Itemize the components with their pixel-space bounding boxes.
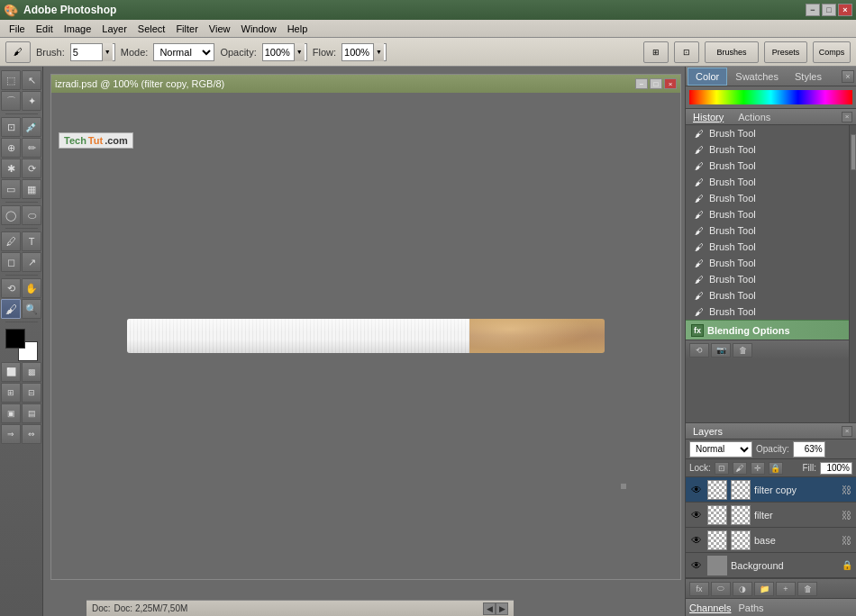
history-item-11[interactable]: 🖌 Brush Tool bbox=[686, 303, 856, 320]
history-item-7[interactable]: 🖌 Brush Tool bbox=[686, 239, 856, 255]
tab-swatches[interactable]: Swatches bbox=[727, 68, 787, 86]
menu-edit[interactable]: Edit bbox=[31, 22, 59, 36]
pencil-tool[interactable]: ✏ bbox=[22, 138, 41, 158]
dodge-tool[interactable]: ⬭ bbox=[22, 205, 41, 225]
link-button2[interactable]: ⇔ bbox=[22, 424, 41, 444]
tablet-pressure-button[interactable]: ⊡ bbox=[674, 41, 699, 63]
lock-pixels-btn[interactable]: 🖌 bbox=[733, 462, 747, 475]
tab-color[interactable]: Color bbox=[688, 68, 727, 86]
screen-mode-button[interactable]: ⊞ bbox=[1, 383, 21, 403]
doc-minimize-button[interactable]: − bbox=[635, 78, 648, 89]
type-tool[interactable]: T bbox=[22, 231, 41, 251]
clone-tool[interactable]: ✱ bbox=[1, 159, 21, 178]
link-button1[interactable]: ⇒ bbox=[1, 424, 21, 444]
layer-link-filter-copy[interactable]: ⛓ bbox=[840, 484, 852, 496]
layer-group-button[interactable]: 📁 bbox=[754, 582, 774, 596]
fill-value-input[interactable] bbox=[820, 462, 852, 475]
history-item-4[interactable]: 🖌 Brush Tool bbox=[686, 190, 856, 206]
history-item-8[interactable]: 🖌 Brush Tool bbox=[686, 255, 856, 271]
layer-visibility-filter[interactable]: 👁 bbox=[689, 508, 704, 522]
menu-file[interactable]: File bbox=[4, 22, 31, 36]
quickmask-mode-button[interactable]: ▩ bbox=[22, 362, 41, 382]
lock-transparent-btn[interactable]: ⊡ bbox=[715, 462, 729, 475]
layer-delete-button[interactable]: 🗑 bbox=[797, 582, 817, 596]
history-item-6[interactable]: 🖌 Brush Tool bbox=[686, 222, 856, 239]
layer-row-filter-copy[interactable]: 👁 filter copy ⛓ bbox=[686, 477, 856, 503]
standard-mode-button[interactable]: ⬜ bbox=[1, 362, 21, 382]
eraser-tool[interactable]: ▭ bbox=[1, 179, 21, 199]
layers-panel-close[interactable]: × bbox=[842, 426, 852, 437]
move-tool[interactable]: ↖ bbox=[22, 70, 41, 90]
history-brush-tool[interactable]: ⟳ bbox=[22, 159, 41, 178]
menu-view[interactable]: View bbox=[204, 22, 236, 36]
layer-new-button[interactable]: + bbox=[776, 582, 796, 596]
lock-position-btn[interactable]: ✛ bbox=[751, 462, 765, 475]
layer-row-filter[interactable]: 👁 filter ⛓ bbox=[686, 503, 856, 528]
foreground-color-swatch[interactable] bbox=[5, 329, 25, 349]
gradient-tool[interactable]: ▦ bbox=[22, 179, 41, 199]
history-scrollbar[interactable] bbox=[849, 125, 856, 422]
minimize-button[interactable]: − bbox=[806, 4, 820, 16]
layer-fx-button[interactable]: fx bbox=[689, 582, 709, 596]
tab-styles[interactable]: Styles bbox=[787, 68, 830, 86]
layer-link-base[interactable]: ⛓ bbox=[840, 534, 852, 547]
hand-tool[interactable]: ✋ bbox=[22, 278, 41, 298]
history-item-9[interactable]: 🖌 Brush Tool bbox=[686, 271, 856, 287]
menu-image[interactable]: Image bbox=[59, 22, 97, 36]
history-scrollbar-thumb[interactable] bbox=[851, 134, 856, 170]
history-item-10[interactable]: 🖌 Brush Tool bbox=[686, 287, 856, 303]
brush-tool[interactable]: 🖌 bbox=[1, 299, 21, 319]
blending-options-bar[interactable]: fx Blending Options bbox=[686, 320, 856, 340]
opacity-arrow[interactable]: ▼ bbox=[294, 43, 305, 61]
healing-tool[interactable]: ⊕ bbox=[1, 138, 21, 158]
color-panel-close[interactable]: × bbox=[842, 70, 854, 83]
layer-mask-button[interactable]: ⬭ bbox=[711, 582, 731, 596]
maximize-button[interactable]: □ bbox=[822, 4, 836, 16]
layer-row-base[interactable]: 👁 base ⛓ bbox=[686, 528, 856, 553]
doc-maximize-button[interactable]: □ bbox=[650, 78, 662, 89]
crop-tool[interactable]: ⊡ bbox=[1, 117, 21, 137]
presets-button[interactable]: Presets bbox=[764, 41, 807, 63]
brush-size-input[interactable] bbox=[73, 47, 102, 58]
history-action-btn-3[interactable]: 🗑 bbox=[733, 343, 752, 358]
layer-link-filter[interactable]: ⛓ bbox=[840, 509, 852, 521]
layer-visibility-filter-copy[interactable]: 👁 bbox=[689, 483, 704, 497]
arrange-button2[interactable]: ▤ bbox=[22, 403, 41, 423]
history-item-3[interactable]: 🖌 Brush Tool bbox=[686, 174, 856, 190]
layer-visibility-background[interactable]: 👁 bbox=[689, 558, 704, 573]
status-arrow-left[interactable]: ◀ bbox=[483, 602, 496, 615]
flow-input[interactable] bbox=[344, 47, 373, 58]
tab-layers[interactable]: Layers bbox=[689, 426, 726, 437]
direct-select-tool[interactable]: ↗ bbox=[22, 252, 41, 272]
marquee-tool[interactable]: ⬚ bbox=[1, 70, 21, 90]
document-canvas[interactable]: TechTut.com bbox=[51, 93, 680, 579]
doc-close-button[interactable]: × bbox=[664, 78, 677, 89]
brush-size-arrow[interactable]: ▼ bbox=[102, 43, 113, 61]
history-item-2[interactable]: 🖌 Brush Tool bbox=[686, 158, 856, 174]
tab-channels[interactable]: Channels bbox=[689, 602, 731, 613]
blur-tool[interactable]: ◯ bbox=[1, 205, 21, 225]
history-item-1[interactable]: 🖌 Brush Tool bbox=[686, 141, 856, 158]
history-item-5[interactable]: 🖌 Brush Tool bbox=[686, 206, 856, 222]
wand-tool[interactable]: ✦ bbox=[22, 91, 41, 111]
tablet-button[interactable]: ⊞ bbox=[643, 41, 669, 63]
close-button[interactable]: × bbox=[838, 4, 852, 16]
mode-select[interactable]: Normal Dissolve Multiply bbox=[153, 43, 214, 61]
arrange-button1[interactable]: ▣ bbox=[1, 403, 21, 423]
layer-visibility-base[interactable]: 👁 bbox=[689, 533, 704, 548]
lasso-tool[interactable]: ⌒ bbox=[1, 91, 21, 111]
extras-button[interactable]: ⊟ bbox=[22, 383, 41, 403]
eyedropper-tool[interactable]: 💉 bbox=[22, 117, 41, 137]
comps-button[interactable]: Comps bbox=[813, 41, 851, 63]
menu-window[interactable]: Window bbox=[236, 22, 282, 36]
3d-rotate-tool[interactable]: ⟲ bbox=[1, 278, 21, 298]
tab-actions[interactable]: Actions bbox=[734, 112, 774, 122]
history-item-0[interactable]: 🖌 Brush Tool bbox=[686, 125, 856, 141]
layer-row-background[interactable]: 👁 Background 🔒 bbox=[686, 553, 856, 578]
layers-mode-select[interactable]: Normal Multiply Screen bbox=[689, 441, 752, 457]
zoom-tool[interactable]: 🔍 bbox=[22, 299, 41, 319]
tab-history[interactable]: History bbox=[689, 112, 727, 122]
shape-tool[interactable]: ◻ bbox=[1, 252, 21, 272]
layer-adjustment-button[interactable]: ◑ bbox=[733, 582, 752, 596]
pen-tool[interactable]: 🖊 bbox=[1, 231, 21, 251]
